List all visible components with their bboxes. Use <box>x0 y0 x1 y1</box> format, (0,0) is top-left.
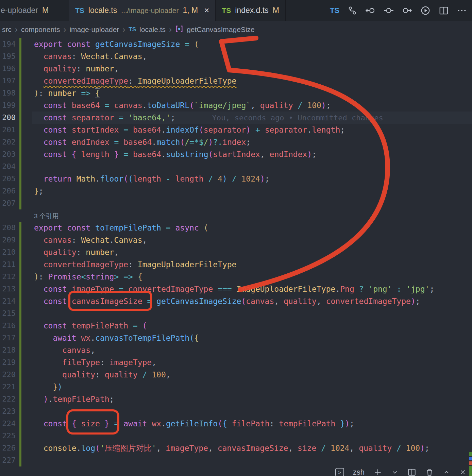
code-line[interactable]: 223 <box>0 405 472 418</box>
token: ( <box>123 174 128 183</box>
code-line[interactable]: 225 <box>0 430 472 442</box>
code-line[interactable]: 200 const separator = 'base64,';You, sec… <box>0 112 472 124</box>
line-number[interactable]: 214 <box>0 295 16 307</box>
code-line[interactable]: 196 quality: number, <box>0 63 472 75</box>
code-line[interactable]: 227 <box>0 454 472 466</box>
line-number[interactable]: 208 <box>0 222 16 234</box>
line-number[interactable]: 218 <box>0 344 16 356</box>
goto-prev-reference-icon[interactable] <box>365 6 375 15</box>
close-panel-icon[interactable] <box>459 469 467 476</box>
line-number[interactable]: 197 <box>0 75 16 87</box>
line-number[interactable]: 219 <box>0 356 16 369</box>
code-editor[interactable]: 194export const getCanvasImageSize = (19… <box>0 38 472 476</box>
code-line[interactable]: 217 await wx.canvasToTempFilePath({ <box>0 332 472 344</box>
code-line[interactable]: 218 canvas, <box>0 344 472 356</box>
line-number[interactable]: 213 <box>0 283 16 295</box>
code-line[interactable]: 214 const canvasImageSize = getCanvasIma… <box>0 295 472 307</box>
close-icon[interactable]: × <box>204 5 209 16</box>
token: : <box>128 260 138 269</box>
code-line[interactable]: 197 convertedImageType: ImageUploaderFil… <box>0 75 472 87</box>
line-number[interactable]: 207 <box>0 197 16 209</box>
goto-next-reference-icon[interactable] <box>402 6 412 15</box>
code-line[interactable]: 226 console.log('压缩图片对比', imageType, can… <box>0 442 472 454</box>
terminal-shell-label[interactable]: zsh <box>353 468 365 476</box>
kill-terminal-icon[interactable] <box>425 468 434 476</box>
new-terminal-icon[interactable] <box>373 468 382 476</box>
code-line[interactable]: 224 const { size } = await wx.getFileInf… <box>0 418 472 430</box>
line-number[interactable]: 204 <box>0 160 16 173</box>
code-line[interactable]: 208export const toTempFilePath = async ( <box>0 222 472 234</box>
line-number[interactable]: 212 <box>0 271 16 283</box>
token: substring <box>166 150 208 159</box>
code-line[interactable]: 220 quality: quality / 100, <box>0 369 472 381</box>
line-number[interactable]: 215 <box>0 307 16 320</box>
breadcrumb-item-components[interactable]: components <box>21 26 60 34</box>
maximize-panel-icon[interactable] <box>443 469 450 476</box>
code-line[interactable]: 206}; <box>0 185 472 197</box>
code-line[interactable]: 194export const getCanvasImageSize = ( <box>0 38 472 50</box>
line-number[interactable]: 224 <box>0 418 16 430</box>
git-compare-icon[interactable] <box>348 6 357 15</box>
line-number[interactable]: 220 <box>0 369 16 381</box>
line-number[interactable]: 211 <box>0 258 16 271</box>
current-reference-icon[interactable] <box>384 6 394 15</box>
code-line[interactable]: 211 convertedImageType: ImageUploaderFil… <box>0 258 472 271</box>
code-line[interactable]: 201 const startIndex = base64.indexOf(se… <box>0 124 472 136</box>
code-line[interactable]: 215 <box>0 307 472 320</box>
code-line[interactable]: 222 ).tempFilePath; <box>0 393 472 405</box>
code-line[interactable]: 221 }) <box>0 381 472 393</box>
split-terminal-icon[interactable] <box>407 468 416 476</box>
terminal-dropdown-icon[interactable] <box>391 469 399 476</box>
line-number[interactable]: 203 <box>0 148 16 160</box>
line-number[interactable]: 209 <box>0 234 16 246</box>
code-line[interactable]: 204 <box>0 160 472 173</box>
code-line[interactable]: 209 canvas: Wechat.Canvas, <box>0 234 472 246</box>
line-number[interactable]: 223 <box>0 405 16 418</box>
line-number[interactable]: 196 <box>0 63 16 75</box>
code-line[interactable]: 216 const tempFilePath = ( <box>0 320 472 332</box>
code-line[interactable]: 207 <box>0 197 472 209</box>
line-number[interactable]: 216 <box>0 320 16 332</box>
breadcrumb-item-file[interactable]: locale.ts <box>139 26 166 34</box>
line-number[interactable]: 210 <box>0 246 16 258</box>
line-number[interactable]: 222 <box>0 393 16 405</box>
tab-image-uploader[interactable]: e-uploader M <box>0 0 69 21</box>
line-number[interactable]: 195 <box>0 50 16 63</box>
code-line[interactable]: 198): number => { <box>0 87 472 99</box>
run-file-icon[interactable] <box>420 5 431 16</box>
code-line[interactable]: 219 fileType: imageType, <box>0 356 472 369</box>
line-number[interactable]: 200 <box>0 112 16 124</box>
more-actions-icon[interactable] <box>457 6 467 15</box>
tab-index-d-ts[interactable]: TS index.d.ts M <box>216 0 285 21</box>
codelens-row[interactable]: 3 个引用 <box>0 209 472 222</box>
code-line[interactable]: 202 const endIndex = base64.match(/=*$/)… <box>0 136 472 148</box>
token: , <box>156 444 166 453</box>
line-number[interactable]: 206 <box>0 185 16 197</box>
codelens-references[interactable]: 3 个引用 <box>34 210 59 222</box>
split-editor-icon[interactable] <box>439 5 449 16</box>
line-number[interactable]: 217 <box>0 332 16 344</box>
token: const <box>67 223 90 232</box>
line-number[interactable]: 227 <box>0 454 16 466</box>
breadcrumb-item-src[interactable]: src <box>2 26 12 34</box>
line-number[interactable]: 221 <box>0 381 16 393</box>
code-line[interactable]: 205 return Math.floor((length - length /… <box>0 173 472 185</box>
tab-locale-ts[interactable]: TS locale.ts .../image-uploader 1, M × <box>69 0 216 21</box>
code-line[interactable]: 213 const imageType = convertedImageType… <box>0 283 472 295</box>
line-number[interactable]: 198 <box>0 87 16 99</box>
code-line[interactable]: 199 const base64 = canvas.toDataURL(`ima… <box>0 99 472 112</box>
code-line[interactable]: 210 quality: number, <box>0 246 472 258</box>
code-line[interactable]: 212): Promise<string> => { <box>0 271 472 283</box>
code-line[interactable]: 195 canvas: Wechat.Canvas, <box>0 50 472 63</box>
line-number[interactable]: 199 <box>0 99 16 112</box>
breadcrumb-item-image-uploader[interactable]: image-uploader <box>69 26 119 34</box>
line-number[interactable]: 205 <box>0 173 16 185</box>
line-number[interactable]: 225 <box>0 430 16 442</box>
breadcrumb-item-symbol[interactable]: getCanvasImageSize <box>187 26 255 34</box>
line-number[interactable]: 226 <box>0 442 16 454</box>
ts-version-label[interactable]: TS <box>330 6 339 15</box>
line-number[interactable]: 194 <box>0 38 16 50</box>
line-number[interactable]: 201 <box>0 124 16 136</box>
line-number[interactable]: 202 <box>0 136 16 148</box>
code-line[interactable]: 203 const { length } = base64.substring(… <box>0 148 472 160</box>
